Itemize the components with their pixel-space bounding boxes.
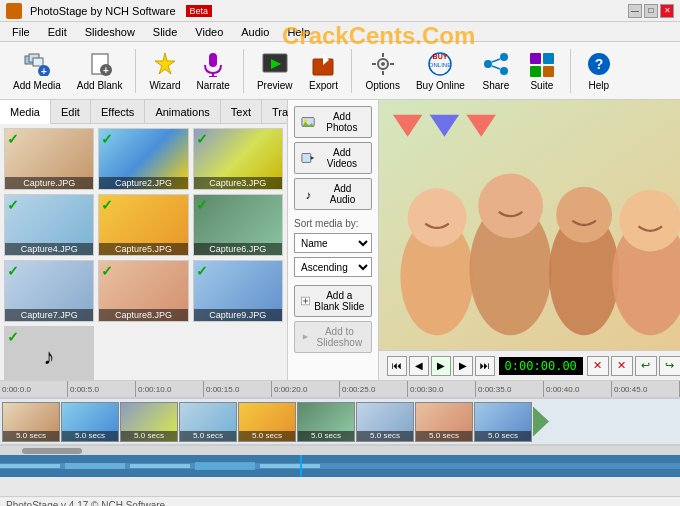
wizard-button[interactable]: Wizard — [142, 46, 187, 96]
menu-slideshow[interactable]: Slideshow — [77, 24, 143, 40]
options-button[interactable]: Options — [358, 46, 406, 96]
clip-4[interactable]: 5.0 secs — [179, 402, 237, 442]
goto-start-button[interactable]: ⏮ — [387, 356, 407, 376]
add-photos-icon — [301, 114, 315, 130]
media-item-2[interactable]: ✓ Capture2.JPG — [98, 128, 188, 190]
media-item-9[interactable]: ✓ Capture9.JPG — [193, 260, 283, 322]
help-button[interactable]: ? Help — [577, 46, 621, 96]
media-item-4[interactable]: ✓ Capture4.JPG — [4, 194, 94, 256]
buy-online-button[interactable]: BUY ONLINE Buy Online — [409, 46, 472, 96]
ruler-mark-7: 0:00:35.0 — [476, 381, 544, 397]
sort-name-select[interactable]: Name Date Size — [294, 233, 372, 253]
options-icon — [369, 51, 397, 78]
title-bar: PhotoStage by NCH Software Beta — □ ✕ — [0, 0, 680, 22]
clip-duration-1: 5.0 secs — [3, 431, 59, 441]
check-3: ✓ — [196, 131, 208, 147]
cut-button[interactable]: ✕ — [587, 356, 609, 376]
timeline-ruler: 0:00:0.0 0:00:5.0 0:00:10.0 0:00:15.0 0:… — [0, 380, 680, 398]
main-content: Media Edit Effects Animations Text Trans… — [0, 100, 680, 380]
suite-button[interactable]: Suite — [520, 46, 564, 96]
share-button[interactable]: Share — [474, 46, 518, 96]
options-label: Options — [365, 80, 399, 91]
clip-7[interactable]: 5.0 secs — [356, 402, 414, 442]
clip-2[interactable]: 5.0 secs — [61, 402, 119, 442]
play-button[interactable]: ▶ — [431, 356, 451, 376]
preview-button[interactable]: Preview — [250, 46, 300, 96]
menu-edit[interactable]: Edit — [40, 24, 75, 40]
clip-duration-5: 5.0 secs — [239, 431, 295, 441]
menu-audio[interactable]: Audio — [233, 24, 277, 40]
minimize-button[interactable]: — — [628, 4, 642, 18]
add-blank-slide-icon — [301, 294, 310, 308]
add-blank-button[interactable]: + Add Blank — [70, 46, 130, 96]
svg-marker-41 — [311, 156, 315, 160]
prev-frame-button[interactable]: ◀ — [409, 356, 429, 376]
menu-help[interactable]: Help — [279, 24, 318, 40]
tab-effects[interactable]: Effects — [91, 100, 145, 123]
left-panel: Media Edit Effects Animations Text Trans… — [0, 100, 288, 380]
media-item-5[interactable]: ✓ Capture5.JPG — [98, 194, 188, 256]
menu-file[interactable]: File — [4, 24, 38, 40]
sort-order-select[interactable]: Ascending Descending — [294, 257, 372, 277]
beta-badge: Beta — [186, 5, 213, 17]
clip-8[interactable]: 5.0 secs — [415, 402, 473, 442]
narrate-button[interactable]: Narrate — [190, 46, 237, 96]
media-item-1[interactable]: ✓ Capture.JPG — [4, 128, 94, 190]
title-bar-left: PhotoStage by NCH Software Beta — [6, 3, 212, 19]
buy-online-icon: BUY ONLINE — [426, 51, 454, 78]
next-frame-button[interactable]: ▶ — [453, 356, 473, 376]
add-videos-button[interactable]: Add Videos — [294, 142, 372, 174]
add-media-panel: Add Photos Add Videos ♪ Add Audio Sort m… — [288, 100, 379, 380]
check-9: ✓ — [196, 263, 208, 279]
media-item-3[interactable]: ✓ Capture3.JPG — [193, 128, 283, 190]
add-media-button[interactable]: + Add Media — [6, 46, 68, 96]
clip-5[interactable]: 5.0 secs — [238, 402, 296, 442]
timeline-end-arrow — [533, 407, 549, 437]
media-grid: ✓ Capture.JPG ✓ Capture2.JPG ✓ Capture3.… — [4, 128, 283, 380]
ruler-mark-0: 0:00:0.0 — [0, 381, 68, 397]
preview-label: Preview — [257, 80, 293, 91]
menu-video[interactable]: Video — [187, 24, 231, 40]
close-button[interactable]: ✕ — [660, 4, 674, 18]
scroll-bar[interactable] — [22, 448, 82, 454]
clip-duration-3: 5.0 secs — [121, 431, 177, 441]
menu-bar: File Edit Slideshow Slide Video Audio He… — [0, 22, 680, 42]
clip-1[interactable]: 5.0 secs — [2, 402, 60, 442]
check-1: ✓ — [7, 131, 19, 147]
share-label: Share — [483, 80, 510, 91]
media-tabs: Media Edit Effects Animations Text Trans… — [0, 100, 287, 124]
tab-media[interactable]: Media — [0, 100, 51, 124]
delete-button[interactable]: ✕ — [611, 356, 633, 376]
media-item-6[interactable]: ✓ Capture6.JPG — [193, 194, 283, 256]
svg-rect-66 — [260, 464, 320, 468]
media-item-7[interactable]: ✓ Capture7.JPG — [4, 260, 94, 322]
redo-button[interactable]: ↪ — [659, 356, 680, 376]
clip-9[interactable]: 5.0 secs — [474, 402, 532, 442]
svg-line-29 — [492, 66, 500, 69]
clip-3[interactable]: 5.0 secs — [120, 402, 178, 442]
add-photos-button[interactable]: Add Photos — [294, 106, 372, 138]
svg-point-58 — [619, 190, 680, 252]
clip-thumb-7 — [357, 403, 413, 431]
undo-button[interactable]: ↩ — [635, 356, 657, 376]
clip-thumb-1 — [3, 403, 59, 431]
svg-marker-8 — [155, 53, 175, 74]
export-button[interactable]: Export — [301, 46, 345, 96]
add-blank-label: Add Blank — [77, 80, 123, 91]
add-to-slideshow-button[interactable]: Add to Slideshow — [294, 321, 372, 353]
add-blank-slide-button[interactable]: Add a Blank Slide — [294, 285, 372, 317]
media-item-8[interactable]: ✓ Capture8.JPG — [98, 260, 188, 322]
clip-6[interactable]: 5.0 secs — [297, 402, 355, 442]
media-item-audio[interactable]: ✓ ♪ — [4, 326, 94, 380]
goto-end-button[interactable]: ⏭ — [475, 356, 495, 376]
svg-marker-46 — [303, 334, 308, 339]
add-photos-label: Add Photos — [319, 111, 365, 133]
ruler-mark-8: 0:00:40.0 — [544, 381, 612, 397]
menu-slide[interactable]: Slide — [145, 24, 185, 40]
tab-text[interactable]: Text — [221, 100, 262, 123]
maximize-button[interactable]: □ — [644, 4, 658, 18]
tab-animations[interactable]: Animations — [145, 100, 220, 123]
status-bar: PhotoStage v 4.17 © NCH Software — [0, 496, 680, 506]
add-audio-button[interactable]: ♪ Add Audio — [294, 178, 372, 210]
tab-edit[interactable]: Edit — [51, 100, 91, 123]
